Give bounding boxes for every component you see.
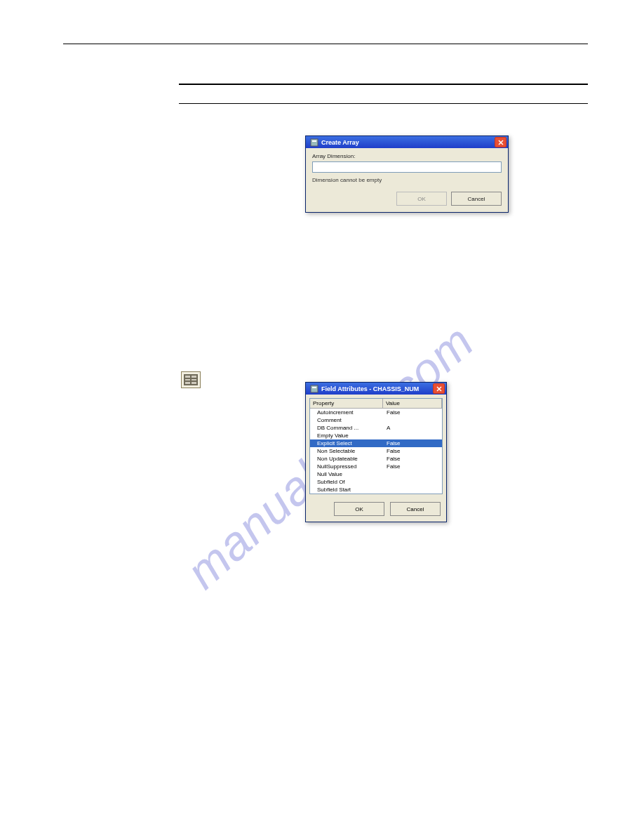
grid-row[interactable]: Non SelectableFalse	[310, 447, 442, 455]
app-icon	[310, 385, 318, 393]
grid-cell-property: Comment	[310, 416, 384, 424]
table-icon	[184, 374, 198, 385]
app-icon	[310, 138, 318, 147]
close-icon[interactable]	[495, 137, 507, 147]
grid-cell-property: Null Value	[310, 470, 384, 478]
svg-rect-4	[311, 385, 318, 392]
window-icon	[310, 138, 318, 147]
x-icon	[436, 386, 442, 392]
cancel-button[interactable]: Cancel	[390, 502, 441, 516]
grid-row[interactable]: Explicit SelectFalse	[310, 439, 442, 447]
ok-button[interactable]: OK	[334, 502, 384, 516]
grid-cell-value	[384, 478, 442, 486]
dialog-body: Array Dimension: Dimension cannot be emp…	[306, 148, 508, 212]
array-dimension-label: Array Dimension:	[312, 153, 502, 159]
cancel-button[interactable]: Cancel	[451, 192, 502, 206]
svg-rect-1	[312, 140, 316, 142]
grid-cell-property: DB Command ...	[310, 424, 384, 432]
window-icon	[310, 385, 318, 393]
grid-row[interactable]: Empty Value	[310, 432, 442, 439]
grid-body: AutoincrementFalseCommentDB Command ...A…	[310, 409, 442, 494]
dialog-title: Create Array	[321, 139, 359, 146]
grid-cell-property: Non Selectable	[310, 447, 384, 455]
close-icon[interactable]	[433, 383, 445, 394]
dialog-title: Field Attributes - CHASSIS_NUM	[321, 385, 419, 392]
section-rule	[179, 84, 588, 85]
svg-rect-5	[312, 387, 316, 388]
field-attributes-dialog: Field Attributes - CHASSIS_NUM Property …	[305, 382, 447, 522]
grid-row[interactable]: NullSuppressedFalse	[310, 463, 442, 470]
property-grid[interactable]: Property Value AutoincrementFalseComment…	[309, 398, 443, 494]
grid-cell-property: NullSuppressed	[310, 463, 384, 470]
x-icon	[498, 140, 504, 145]
grid-cell-value	[384, 470, 442, 478]
grid-row[interactable]: Null Value	[310, 470, 442, 478]
grid-cell-value: False	[384, 455, 442, 463]
grid-header-row: Property Value	[310, 399, 442, 409]
header-value: Value	[383, 399, 442, 409]
grid-cell-property: Empty Value	[310, 432, 384, 439]
validation-message: Dimension cannot be empty	[312, 177, 502, 183]
grid-row[interactable]: DB Command ...A	[310, 424, 442, 432]
header-property: Property	[310, 399, 383, 409]
grid-cell-value: False	[384, 463, 442, 470]
array-dimension-input[interactable]	[312, 161, 502, 173]
grid-row[interactable]: Non UpdateableFalse	[310, 455, 442, 463]
dialog-titlebar: Field Attributes - CHASSIS_NUM	[306, 383, 446, 395]
grid-cell-property: Explicit Select	[310, 439, 384, 447]
create-array-dialog: Create Array Array Dimension: Dimension …	[305, 135, 509, 213]
svg-rect-0	[311, 139, 318, 146]
grid-row[interactable]: AutoincrementFalse	[310, 409, 442, 416]
grid-inline-icon	[181, 371, 201, 388]
grid-row[interactable]: Subfield Of	[310, 478, 442, 486]
ok-button[interactable]: OK	[396, 192, 447, 206]
grid-cell-property: Autoincrement	[310, 409, 384, 416]
grid-cell-property: Non Updateable	[310, 455, 384, 463]
grid-row[interactable]: Subfield Start	[310, 486, 442, 494]
grid-cell-value	[384, 432, 442, 439]
grid-cell-value	[384, 486, 442, 494]
grid-cell-property: Subfield Of	[310, 478, 384, 486]
grid-cell-value: False	[384, 439, 442, 447]
grid-cell-value	[384, 416, 442, 424]
grid-cell-property: Subfield Start	[310, 486, 384, 494]
grid-row[interactable]: Comment	[310, 416, 442, 424]
section-sub-rule	[179, 103, 588, 104]
grid-cell-value: False	[384, 447, 442, 455]
dialog-titlebar: Create Array	[306, 136, 508, 148]
grid-cell-value: A	[384, 424, 442, 432]
grid-cell-value: False	[384, 409, 442, 416]
page-top-rule	[63, 44, 588, 44]
